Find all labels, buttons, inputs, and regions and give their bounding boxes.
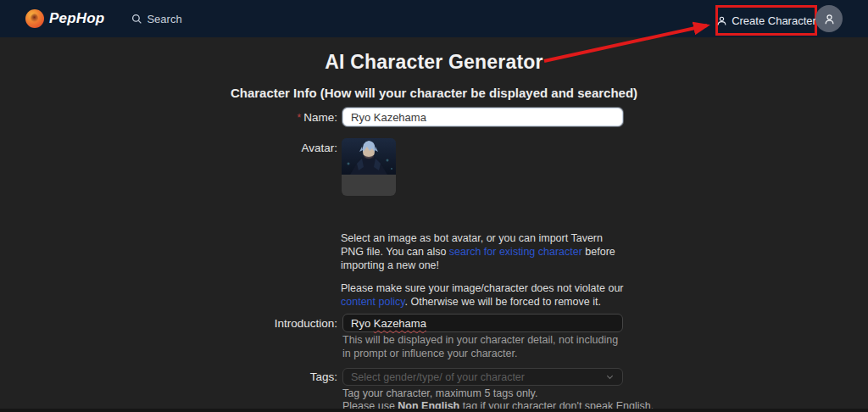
annotation-highlight-box: Create Character [715,5,817,36]
search-control[interactable]: Search [131,13,181,25]
required-asterisk: * [298,112,302,124]
avatar-help-p2: Please make sure your image/character do… [341,281,627,309]
pephop-logo[interactable]: PepHop [25,9,104,28]
tags-placeholder: Select gender/type/ of your character [351,371,605,383]
create-character-label: Create Character [732,14,816,27]
tags-select[interactable]: Select gender/type/ of your character [342,368,623,386]
profile-user-icon [823,13,836,25]
avatar-help: Select an image as bot avatar, or you ca… [341,231,627,309]
pephop-logo-text: PepHop [49,10,104,27]
bottom-edge [0,409,868,412]
avatar-help-p1: Select an image as bot avatar, or you ca… [341,231,627,272]
tags-label: Tags: [0,370,337,383]
user-icon [716,15,727,26]
page-title: AI Character Generator [0,51,868,74]
avatar-label: Avatar: [0,142,337,154]
chevron-down-icon [605,372,615,381]
name-label: *Name: [0,111,337,124]
create-character-button[interactable]: Create Character [716,14,816,27]
avatar-upload[interactable] [342,138,396,196]
link-content-policy[interactable]: content policy [341,296,405,308]
introduction-label: Introduction: [0,317,337,330]
introduction-input[interactable]: Ryo Kazehama [342,314,623,332]
introduction-help: This will be displayed in your character… [342,333,627,360]
name-input[interactable] [342,108,623,126]
tags-help-1: Tag your character, maximum 5 tags only. [342,387,627,399]
avatar-image [342,138,396,175]
pephop-logo-icon [25,9,44,28]
misspelled-word: Kazehama [374,317,426,330]
search-label: Search [147,13,181,25]
search-icon [131,14,142,25]
profile-avatar-button[interactable] [815,5,843,32]
navbar: PepHop Search Create Character [0,0,868,37]
section-heading: Character Info (How will your character … [0,86,868,100]
link-search-existing-character[interactable]: search for existing character [449,246,582,258]
